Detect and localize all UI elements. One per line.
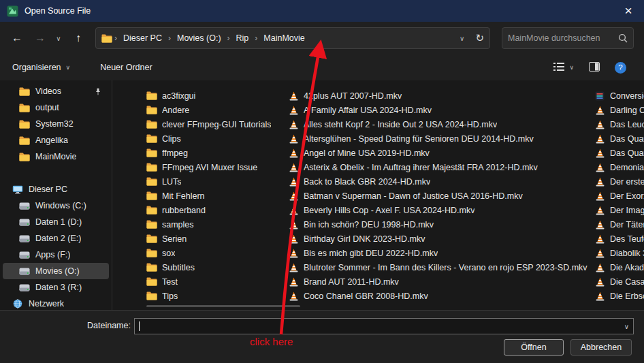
view-mode-button[interactable]: ∨ [553,62,574,74]
preview-pane-button[interactable] [589,62,600,74]
address-bar[interactable]: ›Dieser PC›Movies (O:)›Rip›MainMovie ∨ ↻ [95,27,490,49]
organize-button[interactable]: Organisieren ∨ [12,63,70,72]
folder-item[interactable]: Serien [146,232,286,246]
sidebar-item-daten-1-d[interactable]: Daten 1 (D:) [3,214,109,230]
file-item[interactable]: Der Imagi [594,203,644,217]
sidebar-item-label: Videos [35,86,61,96]
folder-icon [146,263,157,272]
sidebar-item-daten-2-e[interactable]: Daten 2 (E:) [3,230,109,247]
file-item[interactable]: Brand AUT 2011-HD.mkv [288,274,593,289]
sidebar-item-output[interactable]: output [3,99,109,116]
file-label: Diabolik 3 [610,249,644,258]
file-item[interactable]: Conversio [594,89,644,103]
folder-item[interactable]: clever FFmpeg-GUI Tutorials [146,117,286,131]
file-item[interactable]: Birthday Girl DNK 2023-HD.mkv [288,232,593,246]
sidebar-item-movies-o[interactable]: Movies (O:) [3,263,109,279]
file-label: ffmpeg [162,148,188,158]
up-button[interactable]: ↑ [68,27,88,49]
folder-icon [146,277,157,286]
folder-item[interactable]: Clips [146,131,286,146]
help-button[interactable]: ? [615,62,626,74]
file-item[interactable]: Der Exorzis [594,189,644,203]
file-item[interactable]: A Family Affair USA 2024-HD.mkv [288,103,593,117]
folder-item[interactable]: samples [146,217,286,232]
folder-item[interactable]: FFmpeg AVI Muxer Issue [146,160,286,174]
file-item[interactable]: 42plus AUT 2007-HD.mkv [288,89,593,103]
file-item[interactable]: Der erste F [594,174,644,189]
filename-input[interactable] [141,321,624,331]
close-icon[interactable]: × [613,0,644,22]
folder-item[interactable]: sox [146,246,286,260]
file-item[interactable]: Angel of Mine USA 2019-HD.mkv [288,146,593,160]
sidebar-item-apps-f[interactable]: Apps (F:) [3,247,109,263]
open-button[interactable]: Öffnen [504,339,564,356]
file-item[interactable]: Coco Chanel GBR 2008-HD.mkv [288,289,593,303]
file-item[interactable]: Batman v Superman - Dawn of Justice USA … [288,189,593,203]
breadcrumb-segment-dieser-pc[interactable]: Dieser PC [118,33,167,43]
sidebar-item-label: Angelika [35,136,68,145]
recent-locations-chevron-icon[interactable]: ∨ [52,27,65,49]
breadcrumb-segment-mainmovie[interactable]: MainMovie [258,33,310,43]
breadcrumb-segment-rip[interactable]: Rip [231,33,255,43]
folder-item[interactable]: Tips [146,289,286,303]
search-input[interactable] [508,33,614,43]
folder-item[interactable]: ac3fixgui [146,89,286,103]
file-item[interactable]: Das Leuch [594,117,644,131]
file-item[interactable]: Alles steht Kopf 2 - Inside Out 2 USA 20… [288,117,593,131]
sidebar-item-angelika[interactable]: Angelika [3,132,109,148]
file-item[interactable]: Bis es mich gibt DEU 2022-HD.mkv [288,246,593,260]
file-item[interactable]: Das Quart [594,146,644,160]
sidebar-group-gap [0,165,112,181]
file-item[interactable]: Das Quart [594,131,644,146]
cone-icon [594,249,605,258]
folder-item[interactable]: Andere [146,103,286,117]
file-label: Coco Chanel GBR 2008-HD.mkv [304,291,428,301]
new-folder-button[interactable]: Neuer Ordner [100,63,152,72]
sidebar-item-windows-c[interactable]: Windows (C:) [3,198,109,214]
back-button[interactable]: ← [7,27,27,49]
file-item[interactable]: Die Akade [594,260,644,274]
file-label: Darling Co [610,106,644,115]
cancel-button[interactable]: Abbrechen [570,339,632,356]
sidebar-item-videos[interactable]: Videos [3,83,109,99]
file-item[interactable]: Blutroter Sommer - Im Bann des Killers -… [288,260,593,274]
file-item[interactable]: Bin ich schön? DEU 1998-HD.mkv [288,217,593,232]
file-label: Asterix & Obelix - Im Auftrag ihrer Maje… [304,163,538,172]
file-item[interactable]: Altersglühen - Speed Dating für Senioren… [288,131,593,146]
sidebar-item-label: Movies (O:) [35,266,80,276]
address-dropdown-chevron-icon[interactable]: ∨ [460,35,464,42]
file-label: Altersglühen - Speed Dating für Senioren… [304,134,534,144]
search-box[interactable] [502,27,634,49]
file-item[interactable]: Die Casag [594,274,644,289]
folder-item[interactable]: ffmpeg [146,146,286,160]
sidebar-item-dieser-pc[interactable]: Dieser PC [3,181,109,198]
sidebar-item-mainmovie[interactable]: MainMovie [3,148,109,165]
file-item[interactable]: Des Teufel [594,232,644,246]
sidebar-item-daten-3-r[interactable]: Daten 3 (R:) [3,279,109,296]
folder-icon [146,249,157,257]
file-item[interactable]: Asterix & Obelix - Im Auftrag ihrer Maje… [288,160,593,174]
file-item[interactable]: Beverly Hills Cop - Axel F. USA 2024-HD.… [288,203,593,217]
breadcrumb-segment-movies-o[interactable]: Movies (O:) [172,33,227,43]
file-item[interactable]: Back to Black GBR 2024-HD.mkv [288,174,593,189]
file-item[interactable]: Demoniac [594,160,644,174]
folder-item[interactable]: LUTs [146,174,286,189]
folder-item[interactable]: Subtitles [146,260,286,274]
horizontal-scrollbar[interactable] [146,305,300,307]
sidebar-item-netzwerk[interactable]: Netzwerk [3,296,109,310]
folder-item[interactable]: Test [146,274,286,289]
file-item[interactable]: Der Täter [594,217,644,232]
folder-item[interactable]: rubberband [146,203,286,217]
sidebar-item-label: Dieser PC [29,185,67,194]
file-item[interactable]: Diabolik 3 [594,246,644,260]
search-icon[interactable] [618,33,628,43]
refresh-icon[interactable]: ↻ [475,32,484,44]
folder-item[interactable]: Mit Fehlern [146,189,286,203]
file-item[interactable]: Darling Co [594,103,644,117]
cone-icon [288,234,299,244]
file-item[interactable]: Die Erbsch [594,289,644,303]
filename-combobox[interactable]: ∨ [134,318,634,334]
forward-button[interactable]: → [30,27,50,49]
sidebar-item-system32[interactable]: System32 [3,116,109,132]
filename-dropdown-chevron-icon[interactable]: ∨ [624,323,629,330]
